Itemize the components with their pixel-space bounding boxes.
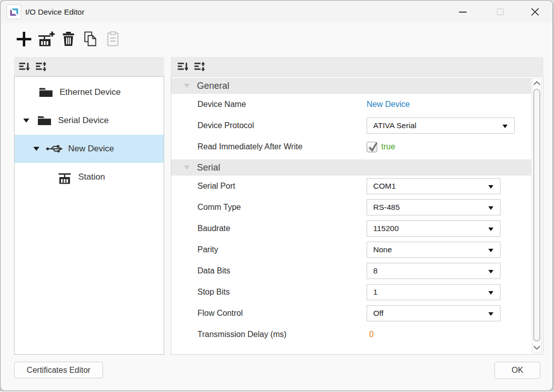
property-row: Device Protocol ATIVA Serial bbox=[171, 115, 531, 136]
maximize-icon bbox=[497, 9, 503, 15]
property-label: Data Bits bbox=[197, 260, 230, 282]
data-bits-dropdown[interactable]: 8 bbox=[367, 263, 500, 279]
chevron-down-icon bbox=[533, 346, 540, 350]
close-button[interactable] bbox=[526, 4, 544, 20]
comm-type-dropdown[interactable]: RS-485 bbox=[367, 199, 500, 215]
sort-alphabetical-button[interactable] bbox=[177, 60, 190, 74]
sort-reorder-icon bbox=[36, 62, 47, 72]
property-label: Comm Type bbox=[197, 197, 241, 218]
minimize-button[interactable] bbox=[454, 4, 472, 20]
station-icon bbox=[56, 171, 73, 184]
copy-icon bbox=[84, 31, 97, 46]
toolbar bbox=[15, 29, 122, 49]
property-label: Baudrate bbox=[197, 218, 230, 239]
chevron-down-icon bbox=[488, 291, 493, 295]
property-row: Device Name New Device bbox=[171, 94, 531, 115]
checkbox-value-label: true bbox=[381, 142, 395, 151]
add-device-button[interactable] bbox=[15, 29, 33, 49]
tree-item-serial-device[interactable]: Serial Device bbox=[15, 106, 164, 135]
property-label: Serial Port bbox=[197, 176, 235, 197]
stop-bits-dropdown[interactable]: 1 bbox=[367, 284, 500, 300]
chevron-down-icon bbox=[488, 185, 493, 189]
baudrate-dropdown[interactable]: 115200 bbox=[367, 220, 500, 237]
trash-icon bbox=[62, 31, 75, 46]
sort-reorder-icon bbox=[194, 62, 206, 72]
station-plus-icon bbox=[37, 31, 55, 47]
tree-item-new-device[interactable]: New Device bbox=[15, 135, 164, 163]
checkmark-icon bbox=[368, 141, 378, 152]
property-row: Stop Bits 1 bbox=[171, 282, 531, 303]
sort-descending-icon bbox=[178, 62, 189, 72]
expand-arrow-icon[interactable] bbox=[23, 119, 30, 123]
sort-alphabetical-button[interactable] bbox=[18, 60, 31, 74]
tree-item-label: Station bbox=[78, 172, 105, 182]
device-protocol-dropdown[interactable]: ATIVA Serial bbox=[367, 118, 515, 134]
parity-dropdown[interactable]: None bbox=[367, 242, 500, 258]
property-row: Parity None bbox=[171, 239, 531, 260]
property-label: Device Name bbox=[197, 94, 246, 115]
tree-item-label: Serial Device bbox=[58, 116, 109, 126]
certificates-editor-button[interactable]: Certificates Editor bbox=[14, 362, 103, 378]
property-row: Read Immediately After Write true bbox=[171, 136, 531, 157]
scrollbar[interactable] bbox=[532, 78, 542, 353]
maximize-button bbox=[491, 4, 509, 20]
io-device-editor-window: I/O Device Editor bbox=[0, 0, 553, 391]
flow-control-dropdown[interactable]: Off bbox=[367, 305, 500, 321]
read-immediately-checkbox[interactable] bbox=[367, 142, 377, 152]
property-label: Parity bbox=[197, 239, 218, 260]
property-row: Comm Type RS-485 bbox=[171, 197, 531, 218]
property-row: Baudrate 115200 bbox=[171, 218, 531, 239]
chevron-down-icon bbox=[488, 249, 493, 252]
device-tree: Ethernet Device Serial Device bbox=[14, 76, 164, 355]
device-name-value[interactable]: New Device bbox=[367, 100, 410, 109]
property-row: Flow Control Off bbox=[171, 303, 531, 324]
property-panel-header bbox=[171, 57, 543, 76]
property-row: Data Bits 8 bbox=[171, 260, 531, 282]
serial-port-dropdown[interactable]: COM1 bbox=[367, 178, 500, 194]
property-label: Stop Bits bbox=[197, 282, 230, 303]
chevron-up-icon bbox=[533, 81, 540, 85]
tree-item-label: New Device bbox=[68, 144, 114, 154]
paste-button bbox=[104, 29, 122, 49]
usb-icon bbox=[46, 143, 63, 154]
sort-descending-icon bbox=[19, 62, 30, 72]
collapse-arrow-icon bbox=[184, 84, 190, 88]
property-label: Device Protocol bbox=[197, 115, 254, 136]
titlebar: I/O Device Editor bbox=[1, 1, 552, 23]
plus-icon bbox=[17, 32, 31, 46]
window-title: I/O Device Editor bbox=[25, 1, 84, 23]
property-label: Transmission Delay (ms) bbox=[197, 324, 286, 345]
ok-button[interactable]: OK bbox=[494, 362, 540, 379]
sort-reorder-button[interactable] bbox=[193, 60, 207, 74]
paste-icon bbox=[107, 31, 119, 46]
section-header-serial[interactable]: Serial bbox=[171, 159, 531, 176]
folder-icon bbox=[37, 87, 55, 98]
close-icon bbox=[531, 8, 539, 16]
delete-button[interactable] bbox=[59, 29, 77, 49]
tree-panel-header bbox=[14, 57, 164, 76]
scroll-down-button[interactable] bbox=[532, 343, 541, 352]
folder-icon bbox=[36, 115, 53, 126]
collapse-arrow-icon bbox=[184, 165, 190, 170]
chevron-down-icon bbox=[488, 270, 493, 273]
section-header-general[interactable]: General bbox=[171, 78, 531, 94]
transmission-delay-value[interactable]: 0 bbox=[369, 330, 374, 339]
scrollbar-thumb[interactable] bbox=[533, 89, 540, 342]
property-panel: General Device Name New Device Device Pr… bbox=[171, 76, 543, 355]
property-label: Flow Control bbox=[197, 303, 243, 324]
app-logo-icon bbox=[7, 5, 21, 19]
property-label: Read Immediately After Write bbox=[197, 136, 303, 157]
property-row: Serial Port COM1 bbox=[171, 176, 531, 197]
sort-reorder-button[interactable] bbox=[35, 60, 48, 74]
tree-item-ethernet-device[interactable]: Ethernet Device bbox=[15, 78, 164, 106]
chevron-down-icon bbox=[488, 206, 493, 210]
copy-button[interactable] bbox=[81, 29, 99, 49]
property-row: Transmission Delay (ms) 0 bbox=[171, 324, 531, 345]
tree-item-station[interactable]: Station bbox=[15, 163, 164, 191]
expand-arrow-icon[interactable] bbox=[33, 147, 40, 151]
add-station-button[interactable] bbox=[37, 29, 55, 49]
tree-item-label: Ethernet Device bbox=[60, 87, 121, 97]
scroll-up-button[interactable] bbox=[532, 79, 541, 88]
chevron-down-icon bbox=[488, 312, 493, 316]
minimize-icon bbox=[459, 12, 467, 13]
